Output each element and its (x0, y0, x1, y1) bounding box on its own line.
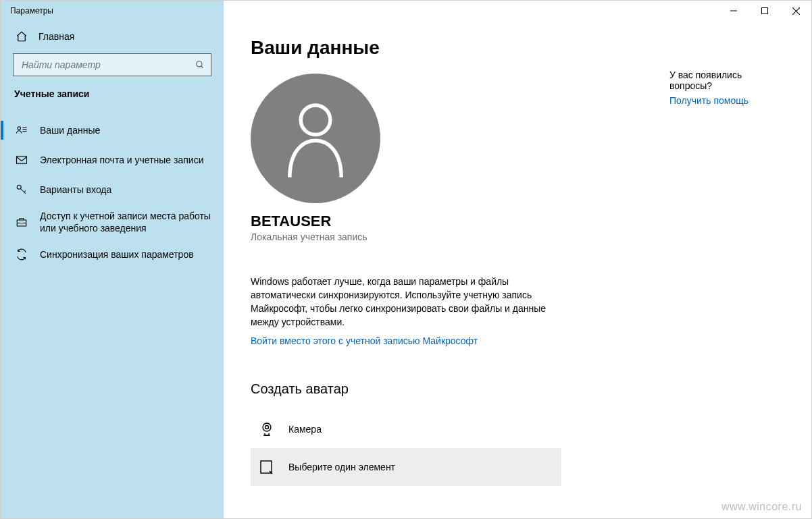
camera-icon (259, 421, 275, 437)
window-controls (718, 1, 811, 21)
sidebar-item-work-school[interactable]: Доступ к учетной записи места работы или… (1, 204, 224, 240)
sidebar-section-title: Учетные записи (13, 88, 211, 99)
search-icon (195, 59, 205, 70)
sync-blurb: Windows работает лучше, когда ваши парам… (251, 275, 575, 329)
option-label: Выберите один элемент (288, 462, 395, 472)
svg-line-1 (201, 66, 203, 68)
sidebar: Главная Учетные записи Ваши данные (1, 1, 224, 518)
person-card-icon (16, 124, 28, 136)
sign-in-microsoft-link[interactable]: Войти вместо этого с учетной записью Май… (251, 335, 629, 346)
window-close-button[interactable] (780, 1, 811, 21)
get-help-link[interactable]: Получить помощь (669, 95, 778, 106)
svg-point-15 (263, 423, 271, 431)
svg-rect-6 (17, 157, 27, 164)
avatar-option-browse[interactable]: Выберите один элемент (251, 448, 561, 486)
briefcase-icon (16, 216, 28, 228)
content-area: Ваши данные BETAUSER Локальная учетная з… (224, 21, 811, 518)
page-title: Ваши данные (251, 37, 629, 59)
window-title: Параметры (1, 6, 53, 16)
svg-point-16 (265, 426, 269, 429)
sync-icon (16, 248, 28, 261)
window-maximize-button[interactable] (749, 1, 780, 21)
sidebar-home[interactable]: Главная (13, 24, 211, 53)
titlebar: Параметры (1, 1, 811, 21)
sidebar-item-label: Ваши данные (40, 124, 100, 136)
svg-point-14 (301, 105, 330, 135)
sidebar-item-label: Электронная почта и учетные записи (40, 154, 203, 166)
svg-rect-11 (762, 8, 768, 14)
sidebar-item-email-accounts[interactable]: Электронная почта и учетные записи (1, 145, 224, 175)
key-icon (16, 184, 28, 196)
search-box[interactable] (13, 53, 211, 76)
option-label: Камера (288, 424, 322, 435)
account-type: Локальная учетная запись (251, 231, 629, 242)
watermark: www.wincore.ru (721, 501, 802, 513)
sidebar-item-your-info[interactable]: Ваши данные (1, 115, 224, 145)
help-question: У вас появились вопросы? (669, 70, 778, 91)
create-avatar-heading: Создать аватар (251, 381, 629, 397)
user-name: BETAUSER (251, 213, 629, 230)
sidebar-item-signin-options[interactable]: Варианты входа (1, 175, 224, 204)
svg-point-2 (18, 127, 21, 130)
sidebar-item-label: Варианты входа (40, 184, 111, 196)
svg-point-7 (17, 185, 21, 189)
search-input[interactable] (20, 59, 195, 71)
sidebar-home-label: Главная (39, 31, 74, 42)
avatar (251, 74, 380, 203)
sidebar-item-label: Доступ к учетной записи места работы или… (40, 210, 211, 234)
sidebar-item-sync[interactable]: Синхронизация ваших параметров (1, 240, 224, 269)
sidebar-nav: Ваши данные Электронная почта и учетные … (1, 115, 224, 269)
avatar-option-camera[interactable]: Камера (251, 410, 629, 448)
window-minimize-button[interactable] (718, 1, 749, 21)
svg-point-0 (197, 61, 202, 67)
sidebar-item-label: Синхронизация ваших параметров (40, 248, 194, 261)
main-column: Ваши данные BETAUSER Локальная учетная з… (251, 37, 629, 518)
picture-icon (259, 459, 275, 475)
mail-icon (16, 154, 28, 166)
aside-column: У вас появились вопросы? Получить помощь (669, 37, 784, 518)
person-icon (278, 98, 353, 179)
home-icon (16, 30, 28, 43)
